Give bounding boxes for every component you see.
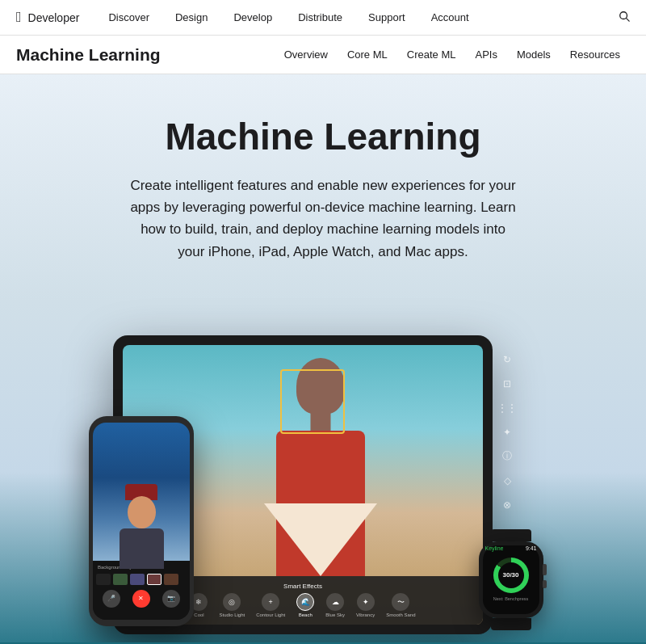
iphone-mockup: Background Styles 🎤 ✕ 📷 [89,416,194,626]
effect-sand[interactable]: 〜 Smooth Sand [386,593,415,617]
ipad-sidebar-icons: ↻ ⊡ ⋮⋮ ✦ ⓘ ◇ ⊗ [499,351,515,513]
effects-row: ❄ Cool ◎ Studio Light + Contour Light [190,593,415,617]
apple-watch-mockup: Keyline 9:41 30/30 Next: Benchpress [472,529,549,618]
svg-line-1 [627,18,630,21]
nav-discover[interactable]: Discover [95,0,162,36]
grid-icon[interactable]: ⋮⋮ [499,400,515,416]
subnav-apis[interactable]: APIs [465,36,506,74]
end-call-button[interactable]: ✕ [132,590,150,608]
watch-progress-ring: 30/30 [493,558,529,593]
iphone-notch [124,416,160,423]
diamond-icon[interactable]: ◇ [499,473,515,489]
nav-design[interactable]: Design [162,0,220,36]
hero-description: Create intelligent features and enable n… [129,175,517,263]
nav-distribute[interactable]: Distribute [285,0,355,36]
effect-studio-label: Studio Light [219,612,245,617]
watch-app-name: Keyline [485,545,504,551]
camera-button[interactable]: 📷 [162,590,180,608]
person-skirt [264,503,377,576]
style-none[interactable] [96,574,111,585]
effect-contour-label: Contour Light [256,612,285,617]
beach-icon: 🌊 [296,593,314,611]
style-green[interactable] [113,574,128,585]
watch-next-label: Next: Benchpress [493,596,528,601]
info-icon[interactable]: ⓘ [499,448,515,465]
smart-effects-label: Smart Effects [283,583,322,590]
effect-beach[interactable]: 🌊 Beach [296,593,314,617]
layers-icon[interactable]: ⊗ [499,497,515,513]
mute-button[interactable]: 🎤 [103,590,120,608]
body [120,528,164,569]
watch-band-top [491,529,531,541]
watch-time: 9:41 [526,545,537,551]
effect-studio[interactable]: ◎ Studio Light [219,593,245,617]
nav-develop[interactable]: Develop [220,0,285,36]
watch-body: Keyline 9:41 30/30 Next: Benchpress [479,541,543,618]
nav-account[interactable]: Account [418,0,482,36]
nav-support[interactable]: Support [355,0,418,36]
effect-bluesky[interactable]: ☁ Blue Sky [325,593,345,617]
iphone-screen: Background Styles 🎤 ✕ 📷 [93,423,190,620]
sub-nav-links: Overview Core ML Create ML APIs Models R… [275,36,630,74]
studio-icon: ◎ [223,593,241,611]
subnav-models[interactable]: Models [507,36,560,74]
subnav-resources[interactable]: Resources [560,36,630,74]
camera-icon[interactable]: ⊡ [499,376,515,392]
watch-screen: Keyline 9:41 30/30 Next: Benchpress [483,545,539,614]
page-title: Machine Learning [16,45,275,65]
apple-icon:  [16,9,22,26]
effects-icon[interactable]: ✦ [499,424,515,440]
sand-icon: 〜 [392,593,409,611]
bluesky-icon: ☁ [326,593,344,611]
facetime-person [109,480,174,561]
subnav-core-ml[interactable]: Core ML [338,36,397,74]
face-detection-box [280,369,345,434]
style-active[interactable] [147,574,162,585]
hero-title: Machine Learning [165,115,480,158]
watch-band-bottom [491,618,531,630]
search-icon[interactable] [619,11,630,25]
style-blue[interactable] [130,574,145,585]
background-styles [96,574,187,585]
rotate-icon[interactable]: ↻ [499,351,515,368]
developer-label: Developer [28,11,80,24]
watch-ring-inner: 30/30 [498,562,524,588]
call-controls: 🎤 ✕ 📷 [96,588,187,609]
iphone-controls: Background Styles 🎤 ✕ 📷 [93,561,190,620]
top-nav-links: Discover Design Develop Distribute Suppo… [95,0,619,36]
effect-contour[interactable]: + Contour Light [256,593,285,617]
subnav-create-ml[interactable]: Create ML [397,36,466,74]
hero-section: Machine Learning Create intelligent feat… [0,74,646,642]
top-navigation:  Developer Discover Design Develop Dist… [0,0,646,36]
effect-beach-label: Beach [299,612,313,617]
effect-vibrancy-label: Vibrancy [356,612,375,617]
devices-showcase: Background Styles 🎤 ✕ 📷 [0,295,646,642]
apple-developer-logo[interactable]:  Developer [16,9,79,26]
subnav-overview[interactable]: Overview [275,36,338,74]
contour-icon: + [262,593,279,611]
effect-vibrancy[interactable]: ✦ Vibrancy [356,593,375,617]
watch-ring-value: 30/30 [502,571,518,579]
effect-sand-label: Smooth Sand [386,612,415,617]
watch-crown [543,564,547,575]
effect-bluesky-label: Blue Sky [325,612,345,617]
sub-navigation: Machine Learning Overview Core ML Create… [0,36,646,74]
watch-button [543,580,547,588]
facetime-background [93,423,190,561]
vibrancy-icon: ✦ [357,593,375,611]
watch-ring: 30/30 [493,558,529,593]
style-brown[interactable] [164,574,178,585]
head [128,496,156,528]
effect-cool-label: Cool [194,612,203,617]
